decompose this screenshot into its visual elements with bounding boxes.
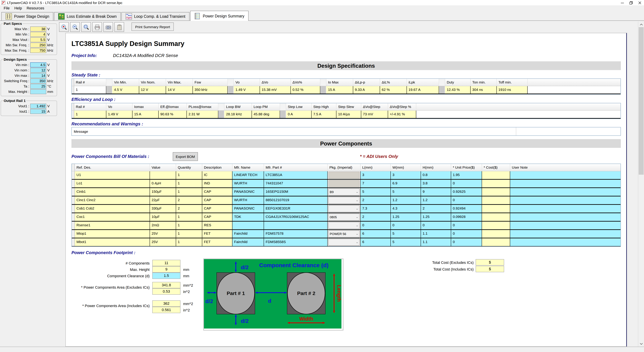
cell[interactable] xyxy=(510,213,620,221)
menu-resources[interactable]: Resources xyxy=(24,6,46,10)
cell[interactable]: 150µF xyxy=(150,188,176,196)
iout1-input[interactable]: 15 xyxy=(30,109,46,114)
cell[interactable]: +/-4.91 % xyxy=(388,111,416,118)
cell[interactable]: 10 A/µs xyxy=(336,111,361,118)
cell[interactable]: 0.52 % xyxy=(291,86,320,93)
cell[interactable]: 45.88 deg xyxy=(252,111,280,118)
row-header[interactable] xyxy=(72,222,75,229)
pkg-dropdown[interactable]: ⌄ xyxy=(328,222,360,229)
cell[interactable]: 1 xyxy=(176,188,202,196)
cell[interactable]: IC xyxy=(202,171,232,179)
cell[interactable]: 15.38 mV xyxy=(260,86,291,93)
cell[interactable]: Cinc1 Cinc2 xyxy=(75,196,150,204)
pkg-dropdown[interactable]: ⌄ xyxy=(328,197,360,204)
cell[interactable]: 19.67 A xyxy=(407,86,439,93)
cell[interactable]: 73 mV xyxy=(361,111,388,118)
cell[interactable]: Mtop1 xyxy=(75,230,150,238)
fp-max-height-field[interactable]: 9 xyxy=(152,266,180,273)
cell[interactable]: 2 xyxy=(176,205,202,213)
row-header[interactable] xyxy=(72,188,75,196)
cell[interactable] xyxy=(482,188,510,196)
cell[interactable]: 15 A xyxy=(326,86,353,93)
row-header[interactable] xyxy=(72,213,75,221)
cell[interactable]: 1.49 V xyxy=(106,111,132,118)
cell[interactable]: 1 xyxy=(176,238,202,246)
pkg-dropdown[interactable]: POWER 56⌄ xyxy=(328,230,360,237)
cell[interactable]: Rsense1 xyxy=(75,222,150,229)
cell[interactable]: 22µF xyxy=(150,196,176,204)
cell[interactable] xyxy=(482,205,510,213)
cell[interactable] xyxy=(482,238,510,246)
cell[interactable] xyxy=(510,171,620,179)
cell[interactable]: 25V xyxy=(150,238,176,246)
cell[interactable] xyxy=(510,188,620,196)
cell[interactable] xyxy=(482,196,510,204)
zoom-out-button[interactable] xyxy=(70,22,80,32)
cell[interactable]: FET xyxy=(202,230,232,238)
clipboard-button[interactable] xyxy=(114,22,124,32)
cell[interactable]: 330µF xyxy=(150,205,176,213)
cell[interactable] xyxy=(482,213,510,221)
scroll-up-button[interactable] xyxy=(638,21,644,27)
vertical-scrollbar[interactable] xyxy=(638,21,644,347)
cell[interactable]: 2 xyxy=(176,196,202,204)
cell[interactable]: 4.5 V xyxy=(112,86,139,93)
snapshot-button[interactable] xyxy=(103,22,113,32)
cell[interactable]: IND xyxy=(202,180,232,187)
max-sw-freq-input[interactable]: 750 xyxy=(30,48,46,53)
row-header[interactable] xyxy=(72,180,75,187)
cell-rail[interactable]: 1 xyxy=(74,111,106,118)
row-header[interactable] xyxy=(72,238,75,246)
cell[interactable]: Coc1 xyxy=(75,213,150,221)
clearance-field[interactable]: 1.5 xyxy=(152,273,180,279)
cell[interactable]: CAP xyxy=(202,188,232,196)
cell[interactable]: 14 V xyxy=(166,86,193,93)
cell[interactable]: 15 A xyxy=(132,111,159,118)
row-header[interactable] xyxy=(72,86,74,93)
ta-input[interactable]: 25 xyxy=(30,84,46,89)
cell[interactable]: 0 A xyxy=(286,111,312,118)
cell[interactable]: 1 xyxy=(176,222,202,229)
cell[interactable]: 1 xyxy=(176,213,202,221)
vin-max-input[interactable]: 14 xyxy=(30,73,46,78)
export-bom-button[interactable]: Export BOM xyxy=(173,152,198,161)
cell[interactable]: 25V xyxy=(150,230,176,238)
cell[interactable]: 1 xyxy=(176,171,202,179)
cell[interactable]: RES xyxy=(202,222,232,229)
cell[interactable]: 0.4µH xyxy=(150,180,176,187)
pkg-dropdown[interactable]: ⌄ xyxy=(328,239,360,246)
cell[interactable] xyxy=(510,238,620,246)
tab-power-stage-design[interactable]: Power Stage Design xyxy=(1,12,53,20)
cell[interactable]: CAP xyxy=(202,205,232,213)
minimize-button[interactable] xyxy=(618,0,626,5)
cell[interactable]: 350 kHz xyxy=(193,86,228,93)
min-sw-freq-input[interactable]: 250 xyxy=(30,42,46,47)
zoom-in-button[interactable] xyxy=(59,22,69,32)
cell[interactable]: 304 ns xyxy=(470,86,497,93)
cell[interactable] xyxy=(510,180,620,187)
menu-file[interactable]: File xyxy=(1,6,12,10)
cell[interactable]: 7.5 A xyxy=(312,111,336,118)
cell[interactable] xyxy=(510,230,620,238)
cell[interactable]: 62 % xyxy=(380,86,407,93)
scroll-down-button[interactable] xyxy=(638,341,644,347)
cell[interactable]: 2mΩ xyxy=(150,222,176,229)
row-header[interactable] xyxy=(72,111,74,118)
vin-min-input[interactable]: 4.5 xyxy=(30,62,46,67)
cell[interactable]: Cinb1 xyxy=(75,188,150,196)
restore-button[interactable] xyxy=(626,0,635,5)
min-vin-input[interactable]: 4 xyxy=(30,32,46,37)
tab-loss-estimate[interactable]: Loss Estimate & Break Down xyxy=(54,12,121,20)
cell[interactable]: CAP xyxy=(202,213,232,221)
row-header[interactable] xyxy=(72,230,75,238)
menu-help[interactable]: Help xyxy=(12,6,24,10)
row-header[interactable] xyxy=(72,171,75,179)
zoom-window-button[interactable] xyxy=(81,22,91,32)
cell[interactable]: FET xyxy=(202,238,232,246)
cell[interactable]: 1 xyxy=(176,230,202,238)
cell[interactable]: 28.18 kHz xyxy=(224,111,252,118)
cell[interactable]: 1.49 V xyxy=(234,86,260,93)
cell[interactable]: 1 xyxy=(176,180,202,187)
cell[interactable]: 90.63 % xyxy=(159,111,187,118)
max-height-input[interactable] xyxy=(30,89,46,94)
